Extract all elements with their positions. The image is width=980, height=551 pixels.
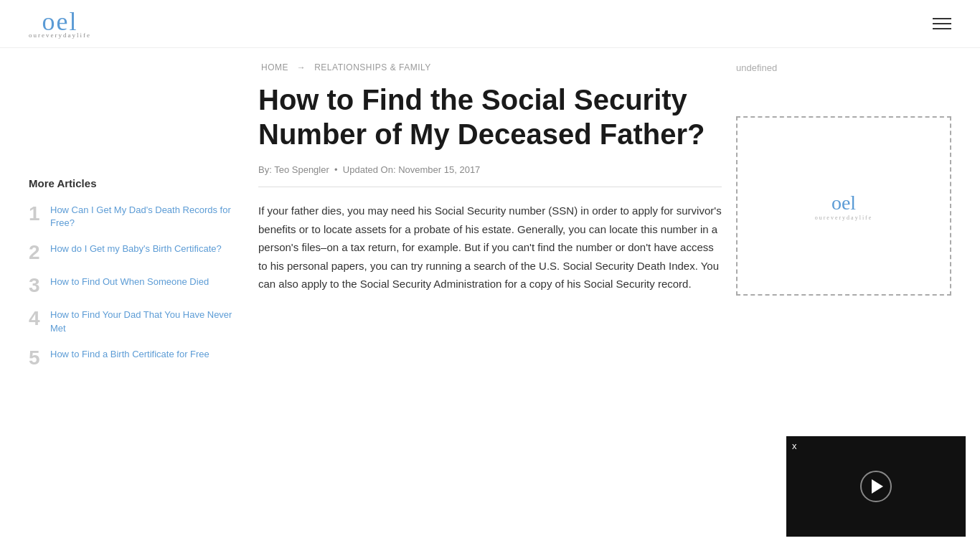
ad-logo-text: oel: [831, 192, 856, 215]
breadcrumb: HOME → RELATIONSHIPS & FAMILY: [258, 62, 722, 72]
updated-label: Updated On:: [343, 164, 396, 175]
list-item: 5 How to Find a Birth Certificate for Fr…: [29, 348, 244, 368]
logo-text: oel: [42, 9, 78, 34]
article-meta: By: Teo Spengler • Updated On: November …: [258, 164, 722, 187]
article-main: HOME → RELATIONSHIPS & FAMILY How to Fin…: [258, 62, 722, 381]
ad-logo-subtext: oureverydaylife: [815, 215, 873, 221]
logo-subtext: oureverydaylife: [29, 32, 91, 39]
breadcrumb-arrow: →: [297, 62, 306, 72]
article-number-3: 3: [29, 276, 43, 296]
article-link-5[interactable]: How to Find a Birth Certificate for Free: [50, 348, 209, 361]
site-header: oel oureverydaylife: [0, 0, 980, 48]
hamburger-line-2: [933, 23, 951, 24]
related-articles-list: 1 How Can I Get My Dad's Death Records f…: [29, 204, 244, 368]
list-item: 4 How to Find Your Dad That You Have Nev…: [29, 309, 244, 334]
article-date: November 15, 2017: [398, 164, 480, 175]
by-label: By:: [258, 164, 272, 175]
breadcrumb-home[interactable]: HOME: [261, 62, 288, 72]
main-layout: More Articles 1 How Can I Get My Dad's D…: [0, 48, 980, 395]
list-item: 3 How to Find Out When Someone Died: [29, 276, 244, 296]
right-sidebar: undefined oel oureverydaylife: [736, 62, 951, 381]
breadcrumb-category[interactable]: RELATIONSHIPS & FAMILY: [314, 62, 431, 72]
article-title: How to Find the Social Security Number o…: [258, 83, 722, 151]
more-articles-heading: More Articles: [29, 177, 244, 189]
article-number-5: 5: [29, 348, 43, 368]
hamburger-menu[interactable]: [933, 18, 951, 29]
left-sidebar: More Articles 1 How Can I Get My Dad's D…: [29, 177, 244, 381]
article-number-1: 1: [29, 204, 43, 224]
ad-undefined-label: undefined: [736, 62, 951, 73]
author-name: Teo Spengler: [274, 164, 329, 175]
article-number-4: 4: [29, 309, 43, 329]
article-link-1[interactable]: How Can I Get My Dad's Death Records for…: [50, 204, 244, 230]
hamburger-line-3: [933, 28, 951, 29]
article-link-2[interactable]: How do I Get my Baby's Birth Certificate…: [50, 242, 222, 255]
list-item: 2 How do I Get my Baby's Birth Certifica…: [29, 242, 244, 263]
article-link-4[interactable]: How to Find Your Dad That You Have Never…: [50, 309, 244, 334]
article-link-3[interactable]: How to Find Out When Someone Died: [50, 276, 209, 288]
list-item: 1 How Can I Get My Dad's Death Records f…: [29, 204, 244, 230]
article-body: If your father dies, you may need his So…: [258, 202, 722, 293]
site-logo[interactable]: oel oureverydaylife: [29, 9, 91, 39]
ad-banner: oel oureverydaylife: [736, 116, 951, 296]
hamburger-line-1: [933, 18, 951, 19]
article-number-2: 2: [29, 242, 43, 263]
